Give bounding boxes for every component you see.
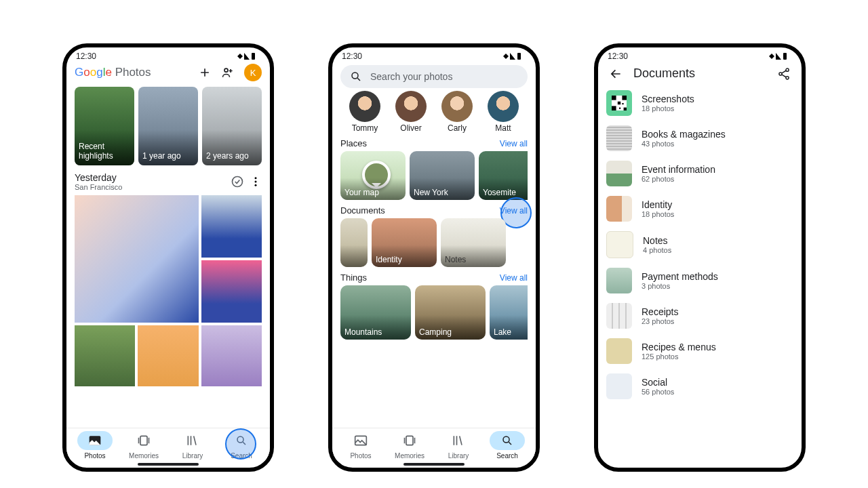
tile-document[interactable]: Identity	[372, 218, 437, 267]
photo-thumb[interactable]	[201, 195, 262, 258]
svg-rect-0	[252, 53, 255, 60]
share-people-icon[interactable]	[221, 66, 235, 79]
bottom-nav: Photos Memories Library Search	[332, 428, 536, 461]
documents-list: Screenshots18 photos Books & magazines43…	[606, 90, 793, 399]
add-icon[interactable]	[198, 66, 212, 79]
doc-item-books[interactable]: Books & magazines43 photos	[606, 125, 793, 151]
doc-thumb	[606, 125, 632, 151]
section-title-things: Things	[340, 272, 367, 283]
person-chip[interactable]: Carly	[434, 91, 480, 133]
photo-grid	[75, 195, 262, 386]
doc-item-receipts[interactable]: Receipts23 photos	[606, 303, 793, 329]
home-indicator[interactable]	[138, 463, 199, 466]
tile-place[interactable]: Yosemite	[479, 151, 528, 200]
search-input[interactable]: Search your photos	[340, 65, 528, 88]
svg-rect-7	[140, 436, 147, 445]
svg-point-1	[224, 68, 228, 72]
photo-thumb[interactable]	[75, 325, 135, 386]
nav-library[interactable]: Library	[168, 431, 217, 460]
tile-place[interactable]: New York	[410, 151, 475, 200]
bottom-nav: Photos Memories Library Search	[66, 428, 270, 461]
svg-point-8	[237, 436, 243, 443]
tile-thing[interactable]: Mountains	[340, 285, 411, 340]
view-all-things[interactable]: View all	[500, 273, 528, 283]
phone-photos-home: 12:30 Google Photos K	[62, 43, 274, 472]
nav-search[interactable]: Search	[217, 431, 266, 460]
section-title-places: Places	[340, 138, 367, 148]
tile-document[interactable]: Notes	[441, 218, 506, 267]
nav-library[interactable]: Library	[434, 431, 483, 460]
memory-card[interactable]: 1 year ago	[138, 87, 198, 165]
memories-carousel[interactable]: Recent highlights 1 year ago 2 years ago	[75, 87, 262, 165]
svg-rect-14	[783, 53, 787, 60]
photo-thumb[interactable]	[201, 260, 262, 323]
doc-thumb	[606, 268, 632, 293]
doc-item-social[interactable]: Social56 photos	[606, 373, 793, 399]
svg-point-13	[503, 436, 509, 443]
more-icon[interactable]	[250, 176, 262, 188]
phone-documents-list: 12:30 Documents	[594, 43, 806, 472]
doc-thumb	[606, 196, 632, 222]
status-time: 12:30	[608, 52, 628, 61]
photo-thumb[interactable]	[138, 325, 198, 386]
status-bar: 12:30	[332, 47, 536, 62]
back-icon[interactable]	[609, 67, 623, 81]
svg-point-5	[255, 184, 257, 186]
search-icon	[350, 70, 362, 83]
tile-your-map[interactable]: Your map	[340, 151, 406, 200]
section-title-documents: Documents	[340, 205, 385, 216]
tile-thing[interactable]: Camping	[415, 285, 486, 340]
doc-item-events[interactable]: Event information62 photos	[606, 161, 793, 186]
photo-thumb[interactable]	[75, 195, 199, 323]
home-indicator[interactable]	[403, 463, 465, 466]
tile-document[interactable]	[340, 218, 368, 267]
nav-memories[interactable]: Memories	[119, 431, 168, 460]
svg-rect-9	[517, 53, 521, 60]
memory-card[interactable]: Recent highlights	[75, 87, 134, 165]
phone-search: 12:30 Search your photos Tommy Oliver Ca…	[328, 43, 540, 472]
account-avatar[interactable]: K	[244, 64, 262, 81]
doc-item-notes[interactable]: Notes4 photos	[606, 231, 793, 258]
select-all-icon[interactable]	[231, 175, 244, 188]
svg-rect-20	[622, 96, 627, 100]
people-row: Tommy Oliver Carly Matt	[340, 91, 528, 133]
doc-item-payment[interactable]: Payment methods3 photos	[606, 268, 793, 293]
status-bar: 12:30	[598, 47, 802, 62]
page-title: Documents	[633, 66, 695, 81]
svg-rect-19	[612, 96, 616, 100]
svg-point-3	[255, 177, 257, 179]
day-title: Yesterday	[75, 172, 122, 183]
svg-rect-25	[624, 108, 627, 110]
doc-thumb	[606, 161, 632, 186]
svg-rect-21	[612, 106, 616, 110]
documents-row[interactable]: Identity Notes	[340, 218, 528, 267]
nav-photos[interactable]: Photos	[336, 431, 385, 460]
person-chip[interactable]: Tommy	[342, 91, 388, 133]
things-row[interactable]: Mountains Camping Lake	[340, 285, 528, 340]
doc-item-recipes[interactable]: Recipes & menus125 photos	[606, 338, 793, 364]
status-icons	[503, 52, 526, 60]
memory-card[interactable]: 2 years ago	[202, 87, 262, 165]
svg-rect-24	[619, 108, 620, 109]
status-icons	[237, 52, 260, 60]
tile-thing[interactable]: Lake	[490, 285, 528, 340]
person-chip[interactable]: Matt	[480, 91, 526, 133]
view-all-places[interactable]: View all	[500, 139, 528, 148]
day-subtitle: San Francisco	[75, 183, 122, 191]
doc-thumb	[606, 338, 632, 364]
svg-point-4	[255, 181, 257, 183]
nav-search[interactable]: Search	[483, 431, 532, 460]
photo-thumb[interactable]	[201, 325, 262, 386]
svg-rect-23	[622, 103, 623, 104]
doc-item-identity[interactable]: Identity18 photos	[606, 196, 793, 222]
doc-item-screenshots[interactable]: Screenshots18 photos	[606, 90, 793, 116]
nav-photos[interactable]: Photos	[71, 431, 119, 460]
share-icon[interactable]	[777, 67, 791, 81]
status-bar: 12:30	[66, 47, 270, 62]
view-all-documents[interactable]: View all	[500, 206, 528, 216]
places-row[interactable]: Your map New York Yosemite	[340, 151, 528, 200]
doc-thumb	[606, 231, 633, 258]
person-chip[interactable]: Oliver	[388, 91, 434, 133]
nav-memories[interactable]: Memories	[385, 431, 434, 460]
status-icons	[769, 52, 792, 60]
